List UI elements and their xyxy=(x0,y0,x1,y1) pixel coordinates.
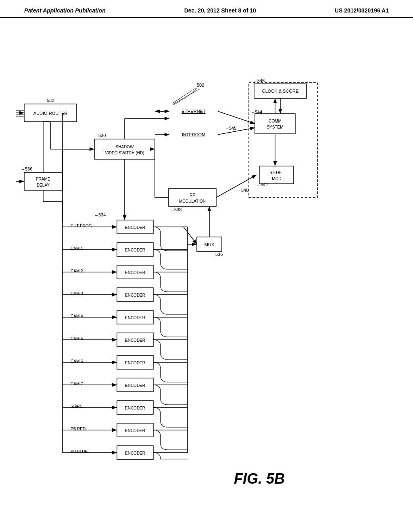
svg-rect-9 xyxy=(24,172,63,190)
svg-text:INTERCOM: INTERCOM xyxy=(182,132,206,137)
svg-text:–: – xyxy=(257,182,260,187)
svg-line-149 xyxy=(218,111,255,124)
svg-text:ENCODER: ENCODER xyxy=(125,293,145,297)
svg-text:SB/PC: SB/PC xyxy=(71,404,83,409)
svg-text:ENCODER: ENCODER xyxy=(125,270,145,275)
svg-text:542: 542 xyxy=(261,182,268,187)
svg-text:532: 532 xyxy=(47,98,54,103)
header-center: Dec. 20, 2012 Sheet 8 of 10 xyxy=(184,7,256,14)
page-header: Patent Application Publication Dec. 20, … xyxy=(0,0,413,18)
svg-text:FIG. 5B: FIG. 5B xyxy=(234,470,285,487)
svg-text:PB RED: PB RED xyxy=(71,427,86,431)
svg-text:ENCODER: ENCODER xyxy=(125,428,145,433)
svg-text:ENCODER: ENCODER xyxy=(125,451,145,455)
svg-text:–: – xyxy=(238,188,241,193)
header-left: Patent Application Publication xyxy=(24,7,106,14)
svg-text:538: 538 xyxy=(174,207,181,212)
svg-text:536: 536 xyxy=(215,252,223,257)
svg-line-117 xyxy=(184,227,197,244)
svg-rect-6 xyxy=(94,139,155,159)
svg-text:536: 536 xyxy=(25,166,32,171)
svg-text:530: 530 xyxy=(98,133,106,138)
svg-text:CAM 7: CAM 7 xyxy=(71,382,83,386)
svg-text:DELAY: DELAY xyxy=(37,183,50,187)
svg-text:–: – xyxy=(95,212,98,217)
svg-text:VIDEO SWITCH (HD): VIDEO SWITCH (HD) xyxy=(105,151,144,155)
svg-text:PB BLUE: PB BLUE xyxy=(71,449,88,454)
svg-text:SHADOW: SHADOW xyxy=(116,145,134,149)
svg-text:–: – xyxy=(212,252,215,257)
svg-rect-24 xyxy=(169,189,216,206)
svg-text:MODULATION: MODULATION xyxy=(179,199,206,204)
svg-text:MOD: MOD xyxy=(272,177,281,181)
header-right: US 2012/0320196 A1 xyxy=(335,7,389,14)
svg-text:–: – xyxy=(95,133,98,138)
svg-text:RF DE–: RF DE– xyxy=(269,170,284,175)
svg-text:–: – xyxy=(252,110,254,114)
svg-line-135 xyxy=(216,175,257,197)
svg-text:ENCODER: ENCODER xyxy=(125,406,145,410)
svg-text:546: 546 xyxy=(257,78,265,83)
svg-text:CUT PROG: CUT PROG xyxy=(71,224,92,228)
svg-text:ETHERNET: ETHERNET xyxy=(181,109,206,114)
svg-rect-21 xyxy=(260,166,294,184)
svg-text:CLOCK & SCORE: CLOCK & SCORE xyxy=(262,89,298,94)
svg-text:CAM 4: CAM 4 xyxy=(71,314,83,318)
svg-text:–: – xyxy=(22,166,25,171)
svg-text:–: – xyxy=(226,126,229,131)
page-container: Patent Application Publication Dec. 20, … xyxy=(0,0,413,532)
svg-text:ENCODER: ENCODER xyxy=(125,338,145,343)
svg-text:FRAME: FRAME xyxy=(36,177,50,181)
svg-text:CAM 5: CAM 5 xyxy=(71,337,83,341)
svg-text:CAM 6: CAM 6 xyxy=(71,359,83,364)
svg-text:RF: RF xyxy=(190,193,195,197)
svg-rect-16 xyxy=(255,114,295,134)
svg-text:502: 502 xyxy=(197,83,204,87)
svg-line-63 xyxy=(173,89,200,104)
svg-text:CAM 3: CAM 3 xyxy=(71,291,83,296)
svg-text:534: 534 xyxy=(98,212,106,217)
svg-text:ENCODER: ENCODER xyxy=(125,248,145,252)
svg-text:ENCODER: ENCODER xyxy=(125,316,145,320)
diagram-svg: AUDIO ROUTER SHADOW VIDEO SWITCH (HD) FR… xyxy=(0,24,413,532)
svg-text:–: – xyxy=(171,207,174,212)
svg-text:ENCODER: ENCODER xyxy=(125,225,145,230)
svg-text:SYSTEM: SYSTEM xyxy=(267,125,283,129)
svg-text:CAM 1: CAM 1 xyxy=(71,246,83,251)
svg-text:–: – xyxy=(44,98,46,103)
svg-text:MUX: MUX xyxy=(204,242,215,247)
svg-text:COMM: COMM xyxy=(269,119,282,123)
svg-text:544: 544 xyxy=(255,110,262,114)
svg-text:540: 540 xyxy=(241,188,248,193)
svg-text:ENCODER: ENCODER xyxy=(125,383,145,388)
svg-text:545: 545 xyxy=(229,126,236,131)
svg-text:ENCODER: ENCODER xyxy=(125,361,145,365)
diagram-area: AUDIO ROUTER SHADOW VIDEO SWITCH (HD) FR… xyxy=(0,24,413,532)
svg-text:CAM 2: CAM 2 xyxy=(71,269,83,273)
svg-text:–: – xyxy=(254,78,257,83)
